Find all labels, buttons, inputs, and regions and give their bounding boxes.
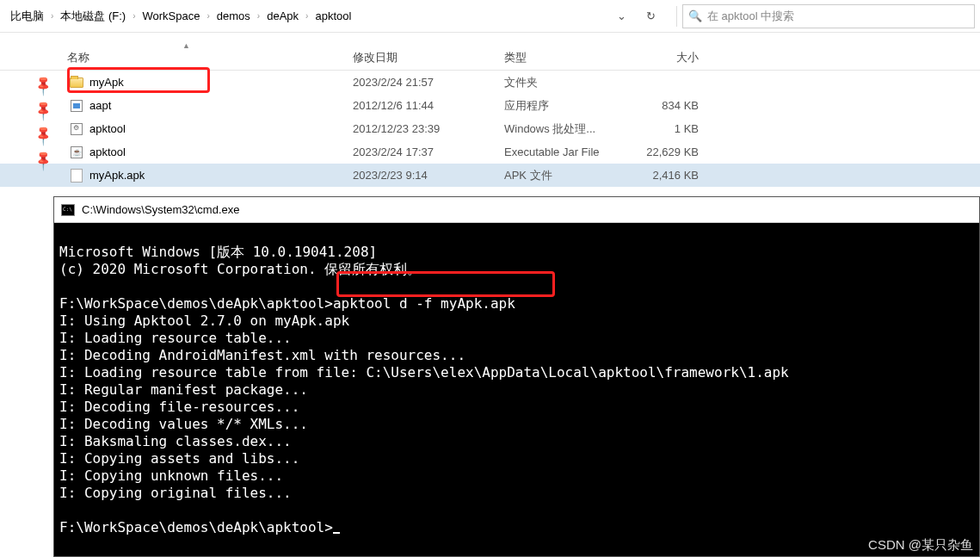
file-row-folder[interactable]: myApk 2023/2/24 21:57 文件夹 [0, 71, 980, 94]
file-type: APK 文件 [504, 168, 630, 183]
file-size: 2,416 KB [630, 169, 707, 182]
blank-file-icon [67, 169, 86, 183]
batch-file-icon [67, 123, 86, 135]
column-header-size[interactable]: 大小 [630, 50, 707, 65]
cmd-output-line: I: Copying unknown files... [59, 467, 283, 484]
breadcrumb-item[interactable]: apktool [311, 8, 354, 24]
explorer-address-bar: 比电脑› 本地磁盘 (F:)› WorkSpace› demos› deApk›… [0, 0, 980, 33]
file-date: 2023/2/23 9:14 [353, 169, 504, 182]
pin-icon: 📌 [31, 99, 55, 123]
file-row[interactable]: apktool 2023/2/24 17:37 Executable Jar F… [0, 140, 980, 164]
file-type: Windows 批处理... [504, 121, 630, 137]
chevron-right-icon: › [203, 11, 213, 21]
cmd-output-line: Microsoft Windows [版本 10.0.19041.208] [59, 244, 377, 260]
sort-indicator-icon: ▲ [182, 41, 190, 50]
column-header-date[interactable]: 修改日期 [353, 50, 504, 65]
exe-icon [67, 100, 86, 112]
file-name: aapt [86, 99, 353, 112]
file-type: 应用程序 [504, 98, 630, 114]
pin-icon: 📌 [31, 124, 55, 148]
chevron-right-icon: › [129, 11, 139, 21]
cmd-prompt-line: F:\WorkSpace\demos\deApk\apktool>apktool… [59, 295, 515, 312]
file-list-area: ▲ 名称 修改日期 类型 大小 📌 📌 📌 📌 myApk 2023/2/24 … [0, 33, 980, 187]
cmd-output-line: I: Loading resource table... [59, 330, 292, 346]
cmd-output-line: I: Decoding file-resources... [59, 399, 299, 415]
column-header-type[interactable]: 类型 [504, 50, 630, 65]
file-name: myApk [86, 76, 353, 89]
breadcrumb-item[interactable]: 本地磁盘 (F:) [57, 7, 129, 26]
cmd-prompt-line: F:\WorkSpace\demos\deApk\apktool> [59, 519, 340, 535]
cmd-output-line: (c) 2020 Microsoft Corporation. 保留所有权利。 [59, 261, 421, 277]
file-date: 2012/12/23 23:39 [353, 122, 504, 135]
jar-file-icon [67, 146, 86, 158]
pin-icon: 📌 [31, 74, 55, 98]
file-row[interactable]: aapt 2012/12/6 11:44 应用程序 834 KB [0, 94, 980, 117]
cmd-output-line: I: Regular manifest package... [59, 381, 308, 398]
address-dropdown-button[interactable]: ⌄ [607, 4, 635, 28]
cmd-output-line: I: Copying original files... [59, 485, 292, 501]
search-input[interactable]: 🔍 在 apktool 中搜索 [682, 4, 975, 28]
cmd-output-line: I: Loading resource table from file: C:\… [59, 364, 789, 381]
file-name: myApk.apk [86, 169, 353, 182]
column-header-name[interactable]: 名称 [67, 50, 353, 65]
cmd-icon [61, 204, 75, 216]
chevron-right-icon: › [47, 11, 57, 21]
refresh-button[interactable]: ↻ [637, 4, 664, 28]
breadcrumb-item[interactable]: WorkSpace [139, 8, 204, 24]
quick-access-pins: 📌 📌 📌 📌 [0, 69, 52, 169]
search-placeholder: 在 apktool 中搜索 [707, 9, 969, 24]
cmd-titlebar[interactable]: C:\Windows\System32\cmd.exe [54, 197, 979, 223]
cmd-output-line: I: Using Apktool 2.7.0 on myApk.apk [59, 313, 349, 329]
cursor-icon [333, 532, 340, 534]
cmd-output-line: I: Decoding AndroidManifest.xml with res… [59, 347, 465, 363]
file-type: 文件夹 [504, 75, 630, 90]
cmd-terminal[interactable]: Microsoft Windows [版本 10.0.19041.208] (c… [54, 223, 979, 556]
file-date: 2023/2/24 17:37 [353, 145, 504, 158]
file-row-selected[interactable]: myApk.apk 2023/2/23 9:14 APK 文件 2,416 KB [0, 164, 980, 187]
cmd-output-line: I: Copying assets and libs... [59, 450, 299, 467]
chevron-right-icon: › [254, 11, 263, 21]
cmd-output-line: I: Baksmaling classes.dex... [59, 433, 292, 449]
cmd-output-line: I: Decoding values */* XMLs... [59, 416, 308, 432]
breadcrumb-item[interactable]: deApk [263, 8, 302, 24]
search-icon: 🔍 [688, 9, 702, 22]
cmd-title: C:\Windows\System32\cmd.exe [82, 203, 240, 216]
file-list: myApk 2023/2/24 21:57 文件夹 aapt 2012/12/6… [0, 71, 980, 187]
chevron-right-icon: › [302, 11, 311, 21]
breadcrumb[interactable]: 比电脑› 本地磁盘 (F:)› WorkSpace› demos› deApk›… [0, 7, 607, 26]
breadcrumb-item[interactable]: 比电脑 [7, 7, 47, 26]
file-size: 1 KB [630, 122, 707, 135]
file-date: 2023/2/24 21:57 [353, 76, 504, 89]
file-row[interactable]: apktool 2012/12/23 23:39 Windows 批处理... … [0, 117, 980, 140]
file-size: 834 KB [630, 99, 707, 112]
folder-icon [67, 77, 86, 88]
file-name: apktool [86, 122, 353, 135]
file-size: 22,629 KB [630, 145, 707, 158]
cmd-window: C:\Windows\System32\cmd.exe Microsoft Wi… [53, 196, 980, 557]
file-date: 2012/12/6 11:44 [353, 99, 504, 112]
file-name: apktool [86, 145, 353, 158]
file-type: Executable Jar File [504, 145, 630, 158]
breadcrumb-item[interactable]: demos [213, 8, 254, 24]
columns-header[interactable]: ▲ 名称 修改日期 类型 大小 [0, 45, 980, 71]
divider [676, 6, 677, 27]
